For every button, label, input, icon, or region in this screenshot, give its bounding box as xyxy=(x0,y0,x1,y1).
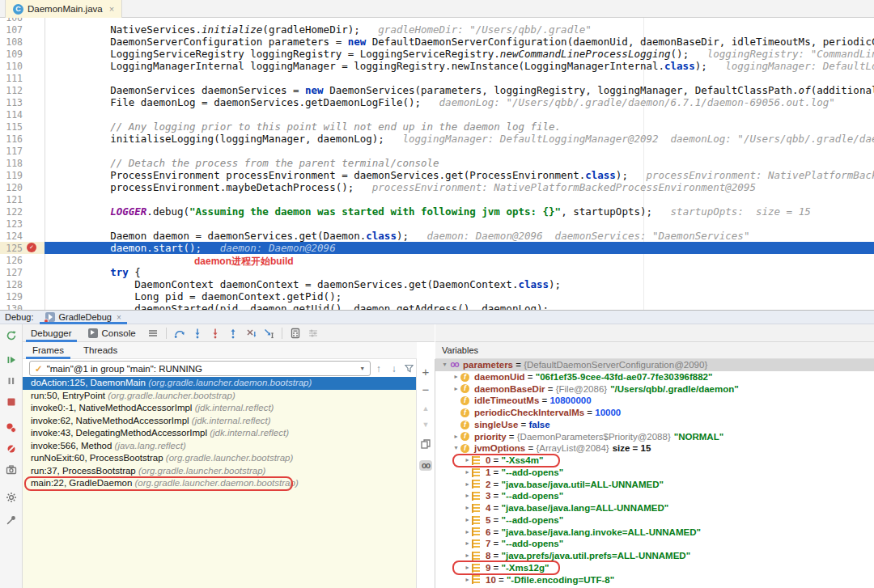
code-line[interactable]: 125✓ daemon.start(); daemon: Daemon@2096 xyxy=(0,242,874,254)
variable-row[interactable]: ▸fdaemonBaseDir = {File@2086}"/Users/qbb… xyxy=(435,383,874,396)
pin-icon[interactable] xyxy=(3,512,19,528)
tab-frames[interactable]: Frames xyxy=(23,342,74,359)
variable-row[interactable]: ▸8 = "java.prefs/java.util.prefs=ALL-UNN… xyxy=(435,550,874,562)
variable-row[interactable]: ▸6 = "java.base/java.lang.invoke=ALL-UNN… xyxy=(435,527,874,539)
variable-row[interactable]: fsingleUse = false xyxy=(435,419,874,431)
chevron-right-icon[interactable]: ▸ xyxy=(463,455,472,467)
tab-console[interactable]: Console xyxy=(80,324,144,342)
step-over-icon[interactable] xyxy=(171,324,189,342)
code-line[interactable]: 123 xyxy=(0,218,874,230)
variable-row[interactable]: fperiodicCheckIntervalMs = 10000 xyxy=(435,407,874,419)
code-line[interactable]: 122 LOGGER.debug("Assuming the daemon wa… xyxy=(0,205,874,218)
code-line[interactable]: 109 LoggingServiceRegistry loggingRegist… xyxy=(0,48,874,60)
move-watch-up-icon[interactable]: ▲ xyxy=(418,401,433,416)
variable-row[interactable]: ▸fpriority = {DaemonParameters$Priority@… xyxy=(435,431,874,443)
step-into-icon[interactable] xyxy=(189,324,206,342)
code-line[interactable]: 129 Long pid = daemonContext.getPid(); xyxy=(0,290,874,302)
chevron-right-icon[interactable]: ▸ xyxy=(463,479,472,491)
code-line[interactable]: 120 processEnvironment.maybeDetachProces… xyxy=(0,181,874,193)
chevron-right-icon[interactable]: ▸ xyxy=(452,371,460,383)
variable-row[interactable]: ▸fdaemonUid = "06f1ef35-9cee-43fd-ae07-7… xyxy=(435,371,874,383)
drop-frame-icon[interactable] xyxy=(242,324,260,342)
variable-row[interactable]: fidleTimeoutMs = 10800000 xyxy=(435,395,874,407)
chevron-right-icon[interactable]: ▸ xyxy=(463,502,472,514)
stack-frame-row[interactable]: invoke0:-1, NativeMethodAccessorImpl (jd… xyxy=(23,402,417,415)
code-line[interactable]: 108 DaemonServerConfiguration parameters… xyxy=(0,36,874,48)
close-icon[interactable]: × xyxy=(117,313,121,322)
chevron-right-icon[interactable]: ▸ xyxy=(463,527,472,539)
code-line[interactable]: 112 DaemonServices daemonServices = new … xyxy=(0,84,874,96)
rerun-icon[interactable] xyxy=(3,328,19,344)
chevron-right-icon[interactable]: ▸ xyxy=(463,574,472,586)
stack-frame-row[interactable]: run:37, ProcessBootstrap (org.gradle.lau… xyxy=(23,465,417,478)
tab-debugger[interactable]: Debugger xyxy=(23,324,80,342)
chevron-right-icon[interactable]: ▸ xyxy=(463,467,472,479)
code-line[interactable]: 110 LoggingManagerInternal loggingManage… xyxy=(0,60,874,72)
code-line[interactable]: 111 xyxy=(0,72,874,84)
settings-icon[interactable] xyxy=(3,489,19,506)
debug-session-tab[interactable]: GradleDebug × xyxy=(40,311,126,324)
editor-tab-daemonmain[interactable]: C DaemonMain.java × xyxy=(5,0,122,18)
variable-row[interactable]: ▸9 = "-Xms12g" xyxy=(435,562,874,574)
stack-frame-row[interactable]: doAction:125, DaemonMain (org.gradle.lau… xyxy=(23,377,417,390)
chevron-right-icon[interactable]: ▸ xyxy=(463,562,472,574)
code-line[interactable]: 107 NativeServices.initialize(gradleHome… xyxy=(0,23,874,36)
code-line[interactable]: 113 File daemonLog = daemonServices.getD… xyxy=(0,96,874,108)
code-line[interactable]: 114 xyxy=(0,108,874,121)
chevron-right-icon[interactable]: ▸ xyxy=(463,490,472,502)
variable-row[interactable]: ▾fjvmOptions = {ArrayList@2084}size = 15 xyxy=(435,442,874,455)
thread-selector-dropdown[interactable]: ✓ "main"@1 in group "main": RUNNING ▼ xyxy=(29,361,371,376)
stack-frame-row[interactable]: runNoExit:60, ProcessBootstrap (org.grad… xyxy=(23,452,417,465)
stack-frame-row[interactable]: invoke:43, DelegatingMethodAccessorImpl … xyxy=(23,427,417,440)
resume-icon[interactable] xyxy=(3,352,19,368)
chevron-right-icon[interactable]: ▸ xyxy=(463,514,472,527)
move-watch-down-icon[interactable]: ▼ xyxy=(418,417,433,432)
filter-frames-icon[interactable] xyxy=(401,361,417,376)
next-frame-icon[interactable]: ↓ xyxy=(386,361,401,376)
variable-row[interactable]: ▾ooparameters = {DefaultDaemonServerConf… xyxy=(435,359,874,371)
view-breakpoints-icon[interactable] xyxy=(3,420,19,436)
code-line[interactable]: 106 xyxy=(0,18,874,23)
breakpoint-icon[interactable]: ✓ xyxy=(27,243,36,252)
run-to-cursor-icon[interactable] xyxy=(260,324,278,342)
code-line[interactable]: 126 xyxy=(0,254,874,266)
evaluate-expression-icon[interactable] xyxy=(286,324,304,342)
stack-frame-row[interactable]: main:22, GradleDaemon (org.gradle.launch… xyxy=(23,477,417,490)
show-watches-icon[interactable]: oo xyxy=(418,458,433,472)
variable-row[interactable]: ▸2 = "java.base/java.util=ALL-UNNAMED" xyxy=(435,479,874,491)
chevron-right-icon[interactable]: ▸ xyxy=(463,550,472,562)
code-line[interactable]: 127 try { xyxy=(0,266,874,278)
code-line[interactable]: 130 daemonStarted(pid, daemon.getUid(), … xyxy=(0,302,874,310)
add-watch-icon[interactable]: + xyxy=(418,364,433,379)
code-line[interactable]: 118 // Detach the process from the paren… xyxy=(0,157,874,169)
previous-frame-icon[interactable]: ↑ xyxy=(371,361,386,376)
code-line[interactable]: 128 DaemonContext daemonContext = daemon… xyxy=(0,278,874,290)
code-line[interactable]: 117 xyxy=(0,145,874,157)
code-area[interactable]: 106107 NativeServices.initialize(gradleH… xyxy=(0,18,874,310)
chevron-right-icon[interactable]: ▸ xyxy=(452,431,460,443)
chevron-right-icon[interactable]: ▸ xyxy=(463,538,472,550)
stack-frame-row[interactable]: invoke:62, NativeMethodAccessorImpl (jdk… xyxy=(23,415,417,428)
variable-row[interactable]: ▸3 = "--add-opens" xyxy=(435,490,874,502)
force-step-into-icon[interactable] xyxy=(206,324,224,342)
variable-row[interactable]: ▸4 = "java.base/java.lang=ALL-UNNAMED" xyxy=(435,502,874,514)
remove-watch-icon[interactable]: − xyxy=(418,382,433,396)
tab-threads[interactable]: Threads xyxy=(74,342,127,359)
variable-row[interactable]: ▸0 = "-Xss4m" xyxy=(435,455,874,467)
code-line[interactable]: 115 // Any logging prior to this point w… xyxy=(0,121,874,133)
chevron-down-icon[interactable]: ▾ xyxy=(452,442,460,455)
variable-row[interactable]: ▸7 = "--add-opens" xyxy=(435,538,874,550)
variable-row[interactable]: ▸1 = "--add-opens" xyxy=(435,467,874,479)
stop-icon[interactable] xyxy=(3,394,19,410)
pause-icon[interactable] xyxy=(3,373,19,389)
code-line[interactable]: 119 ProcessEnvironment processEnvironmen… xyxy=(0,169,874,181)
mute-breakpoints-icon[interactable] xyxy=(3,441,19,457)
layout-menu-icon[interactable] xyxy=(144,324,162,342)
stack-frame-row[interactable]: invoke:566, Method (java.lang.reflect) xyxy=(23,440,417,453)
close-icon[interactable]: × xyxy=(109,4,114,14)
code-line[interactable]: 124 Daemon daemon = daemonServices.get(D… xyxy=(0,230,874,242)
variable-row[interactable]: ▸10 = "-Dfile.encoding=UTF-8" xyxy=(435,574,874,586)
code-line[interactable]: 121 xyxy=(0,193,874,205)
stack-frame-row[interactable]: run:50, EntryPoint (org.gradle.launcher.… xyxy=(23,390,417,403)
step-out-icon[interactable] xyxy=(224,324,242,342)
